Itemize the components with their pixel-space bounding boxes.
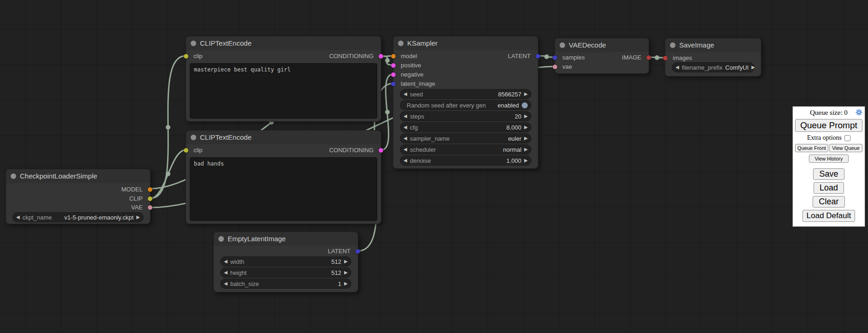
input-pin-negative[interactable] — [391, 72, 396, 77]
increment-arrow-icon[interactable]: ▶ — [524, 155, 528, 166]
output-slot-latent: LATENT — [214, 247, 358, 256]
output-pin-vae[interactable] — [148, 205, 152, 210]
decrement-arrow-icon[interactable]: ◀ — [224, 256, 228, 267]
input-pin-latent-image[interactable] — [391, 82, 396, 86]
widget-width[interactable]: ◀ width 512 ▶ — [220, 256, 351, 267]
decrement-arrow-icon[interactable]: ◀ — [224, 279, 228, 289]
widget-filename-prefix[interactable]: ◀ filename_prefix ComfyUI ▶ — [672, 62, 754, 72]
increment-arrow-icon[interactable]: ▶ — [136, 212, 140, 222]
widget-ckpt-name[interactable]: ◀ ckpt_name v1-5-pruned-emaonly.ckpt ▶ — [12, 212, 144, 222]
decrement-arrow-icon[interactable]: ◀ — [16, 212, 20, 222]
load-default-button[interactable]: Load Default — [802, 210, 855, 222]
node-title-bar[interactable]: VAEDecode — [555, 38, 649, 52]
input-pin-clip[interactable] — [184, 54, 188, 59]
view-history-button[interactable]: View History — [809, 155, 849, 163]
decrement-arrow-icon[interactable]: ◀ — [404, 133, 407, 143]
widget-scheduler[interactable]: ◀ scheduler normal ▶ — [400, 144, 531, 155]
node-ksampler[interactable]: KSampler model LATENT positive negative … — [393, 36, 538, 169]
node-title-bar[interactable]: EmptyLatentImage — [214, 232, 358, 246]
save-button[interactable]: Save — [813, 168, 844, 180]
collapse-dot-icon[interactable] — [560, 42, 565, 48]
widget-label: width — [230, 258, 244, 265]
input-pin-samples[interactable] — [553, 55, 557, 60]
increment-arrow-icon[interactable]: ▶ — [344, 256, 348, 267]
collapse-dot-icon[interactable] — [11, 173, 16, 179]
node-title-bar[interactable]: SaveImage — [665, 38, 761, 52]
increment-arrow-icon[interactable]: ▶ — [344, 268, 348, 278]
view-queue-button[interactable]: View Queue — [829, 144, 862, 152]
node-title-bar[interactable]: CLIPTextEncode — [186, 131, 381, 144]
decrement-arrow-icon[interactable]: ◀ — [404, 111, 407, 121]
input-slot-negative: negative — [393, 70, 538, 79]
node-cliptextencode-negative[interactable]: CLIPTextEncode clip CONDITIONING bad han… — [186, 130, 381, 224]
output-pin-clip[interactable] — [148, 196, 152, 201]
collapse-dot-icon[interactable] — [398, 41, 404, 46]
widget-random-seed-toggle[interactable]: Random seed after every gen enabled — [400, 100, 531, 110]
queue-size-row: Queue size: 0 — [795, 109, 862, 117]
widget-height[interactable]: ◀ height 512 ▶ — [220, 268, 351, 278]
node-title-bar[interactable]: CheckpointLoaderSimple — [6, 169, 150, 183]
toggle-indicator[interactable] — [522, 102, 528, 108]
increment-arrow-icon[interactable]: ▶ — [524, 111, 528, 121]
output-pin-image[interactable] — [646, 55, 651, 60]
node-emptylatentimage[interactable]: EmptyLatentImage LATENT ◀ width 512 ▶ ◀ … — [213, 232, 358, 292]
node-vaedecode[interactable]: VAEDecode samples IMAGE vae — [555, 38, 649, 74]
settings-gear-icon[interactable] — [856, 109, 862, 116]
widget-label: seed — [410, 91, 423, 98]
input-pin-images[interactable] — [663, 56, 668, 60]
widget-value: enabled — [498, 102, 519, 109]
input-pin-vae[interactable] — [553, 65, 557, 69]
node-saveimage[interactable]: SaveImage images ◀ filename_prefix Comfy… — [665, 38, 761, 77]
increment-arrow-icon[interactable]: ▶ — [524, 89, 528, 99]
node-checkpointloadersimple[interactable]: CheckpointLoaderSimple MODEL CLIP VAE ◀ … — [6, 169, 151, 224]
decrement-arrow-icon[interactable]: ◀ — [404, 89, 407, 99]
load-button[interactable]: Load — [814, 182, 844, 194]
extra-options-row: Extra options — [807, 134, 850, 142]
increment-arrow-icon[interactable]: ▶ — [524, 133, 528, 143]
node-cliptextencode-positive[interactable]: CLIPTextEncode clip CONDITIONING masterp… — [186, 36, 381, 122]
node-title-bar[interactable]: CLIPTextEncode — [186, 36, 381, 50]
decrement-arrow-icon[interactable]: ◀ — [675, 62, 679, 72]
output-pin-latent[interactable] — [536, 54, 540, 59]
queue-front-button[interactable]: Queue Front — [795, 144, 828, 152]
extra-options-checkbox[interactable] — [844, 135, 850, 141]
collapse-dot-icon[interactable] — [218, 236, 224, 242]
decrement-arrow-icon[interactable]: ◀ — [404, 155, 407, 166]
input-pin-clip[interactable] — [184, 148, 188, 153]
widget-seed[interactable]: ◀ seed 8566257 ▶ — [400, 89, 531, 99]
output-pin-model[interactable] — [148, 187, 152, 192]
prompt-textarea[interactable]: masterpiece best quality girl — [190, 63, 377, 119]
decrement-arrow-icon[interactable]: ◀ — [404, 122, 407, 132]
widget-value: v1-5-pruned-emaonly.ckpt — [64, 214, 133, 221]
decrement-arrow-icon[interactable]: ◀ — [404, 144, 407, 155]
widget-label: height — [230, 269, 247, 276]
increment-arrow-icon[interactable]: ▶ — [524, 144, 528, 155]
increment-arrow-icon[interactable]: ▶ — [524, 122, 528, 132]
increment-arrow-icon[interactable]: ▶ — [751, 62, 755, 72]
slot-label: LATENT — [328, 247, 350, 256]
output-pin-conditioning[interactable] — [379, 54, 383, 59]
increment-arrow-icon[interactable]: ▶ — [344, 279, 348, 289]
output-pin-conditioning[interactable] — [379, 148, 383, 153]
input-pin-model[interactable] — [391, 54, 396, 59]
collapse-dot-icon[interactable] — [670, 42, 675, 48]
node-title-bar[interactable]: KSampler — [393, 36, 538, 50]
queue-prompt-button[interactable]: Queue Prompt — [795, 119, 862, 132]
widget-label: denoise — [410, 157, 431, 164]
widget-batch-size[interactable]: ◀ batch_size 1 ▶ — [220, 279, 351, 289]
slot-label: images — [673, 54, 692, 63]
collapse-dot-icon[interactable] — [191, 41, 196, 46]
clear-button[interactable]: Clear — [813, 196, 844, 208]
collapse-dot-icon[interactable] — [191, 135, 196, 140]
widget-denoise[interactable]: ◀ denoise 1.000 ▶ — [400, 155, 531, 166]
widget-steps[interactable]: ◀ steps 20 ▶ — [400, 111, 531, 121]
widget-cfg[interactable]: ◀ cfg 8.000 ▶ — [400, 122, 531, 132]
slot-label: clip — [193, 52, 203, 61]
graph-canvas[interactable]: CheckpointLoaderSimple MODEL CLIP VAE ◀ … — [0, 0, 868, 333]
widget-sampler-name[interactable]: ◀ sampler_name euler ▶ — [400, 133, 531, 143]
input-pin-positive[interactable] — [391, 63, 396, 68]
node-title: EmptyLatentImage — [228, 235, 286, 243]
prompt-textarea[interactable]: bad hands — [190, 157, 377, 221]
output-pin-latent[interactable] — [356, 249, 360, 254]
decrement-arrow-icon[interactable]: ◀ — [224, 268, 228, 278]
